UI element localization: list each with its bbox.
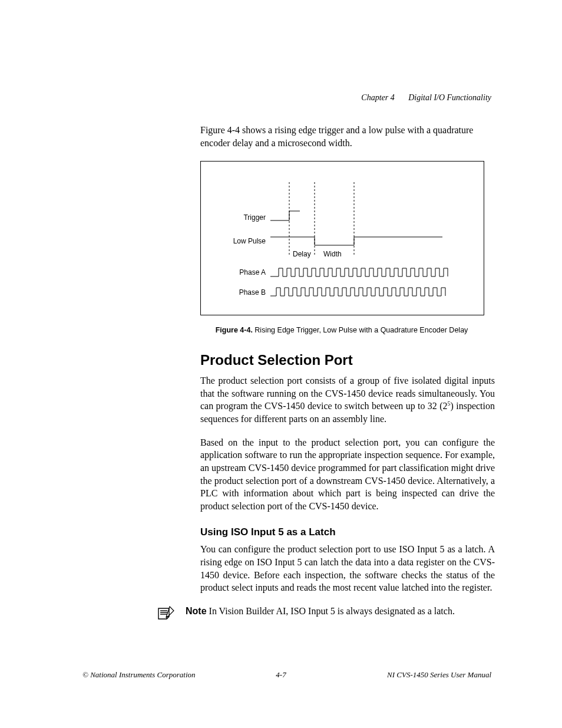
label-width: Width [323,250,342,258]
paragraph-3: You can configure the product selection … [200,543,495,594]
section-heading: Product Selection Port [200,352,491,368]
note-icon [156,605,175,621]
figure-caption: Figure 4-4. Rising Edge Trigger, Low Pul… [165,326,518,334]
note-text: Note In Vision Builder AI, ISO Input 5 i… [186,605,491,618]
figure-caption-bold: Figure 4-4. [216,326,253,334]
figure-box: Trigger Low Pulse Phase A Phase B Delay … [200,161,484,315]
note-label: Note [186,606,207,616]
subsection-heading: Using ISO Input 5 as a Latch [200,526,491,538]
document-page: Chapter 4 Digital I/O Functionality Figu… [0,0,562,728]
label-trigger: Trigger [219,213,266,222]
note-row: Note In Vision Builder AI, ISO Input 5 i… [82,605,491,621]
figure-caption-text: Rising Edge Trigger, Low Pulse with a Qu… [253,326,468,334]
footer-right: NI CVS-1450 Series User Manual [387,670,491,680]
paragraph-2: Based on the input to the product select… [200,436,495,513]
page-header: Chapter 4 Digital I/O Functionality [361,93,491,103]
paragraph-1: The product selection port consists of a… [200,374,495,426]
chapter-label: Chapter 4 [361,93,394,102]
label-delay: Delay [293,250,311,258]
label-lowpulse: Low Pulse [219,237,266,245]
label-phaseA: Phase A [219,268,266,276]
note-body: In Vision Builder AI, ISO Input 5 is alw… [207,606,455,616]
intro-paragraph: Figure 4-4 shows a rising edge trigger a… [200,124,495,149]
chapter-title: Digital I/O Functionality [408,93,491,102]
label-phaseB: Phase B [219,288,266,297]
